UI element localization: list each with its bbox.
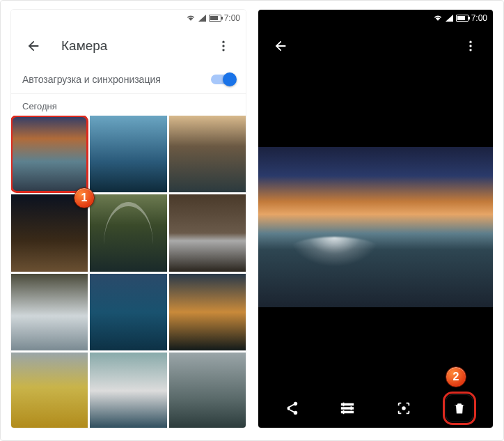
- photo-thumb[interactable]: [169, 194, 246, 271]
- app-bar: Камера: [11, 26, 246, 65]
- photo-thumb[interactable]: [90, 194, 166, 271]
- svg-point-4: [469, 45, 471, 47]
- photo-thumb[interactable]: [169, 274, 246, 350]
- lens-icon[interactable]: [390, 394, 418, 422]
- photo-viewer[interactable]: [258, 65, 493, 389]
- svg-point-0: [222, 41, 224, 43]
- photo-full: [258, 147, 493, 307]
- photo-thumb[interactable]: [11, 274, 88, 350]
- photo-thumb[interactable]: [169, 116, 246, 192]
- callout-badge-2: 2: [446, 366, 466, 387]
- svg-point-3: [469, 41, 471, 43]
- svg-point-2: [222, 49, 224, 51]
- more-icon[interactable]: [210, 32, 237, 60]
- clock-text: 7:00: [224, 13, 240, 23]
- photo-thumb[interactable]: [90, 274, 166, 350]
- svg-point-6: [402, 406, 406, 410]
- clock-text: 7:00: [471, 13, 487, 23]
- battery-icon: [456, 15, 468, 22]
- callout-badge-1: 1: [74, 187, 95, 208]
- status-bar: 7:00: [11, 10, 246, 26]
- viewer-bottom-bar: [258, 389, 493, 428]
- photo-thumb[interactable]: [90, 116, 166, 192]
- more-icon[interactable]: [457, 32, 485, 60]
- signal-icon: [198, 15, 206, 22]
- back-icon[interactable]: [19, 32, 47, 60]
- section-today-label: Сегодня: [11, 94, 246, 116]
- photo-thumb[interactable]: [11, 353, 88, 428]
- photo-thumb[interactable]: [90, 353, 166, 428]
- wifi-icon: [433, 13, 443, 23]
- photo-thumb[interactable]: [169, 353, 246, 428]
- wifi-icon: [186, 13, 196, 23]
- sync-row[interactable]: Автозагрузка и синхронизация: [11, 65, 246, 94]
- svg-point-1: [222, 45, 224, 47]
- phone-right: 7:00: [258, 10, 493, 428]
- phone-left: 7:00 Камера Автозагрузка и синхронизация…: [11, 10, 246, 428]
- sync-toggle[interactable]: [211, 75, 235, 84]
- sync-label: Автозагрузка и синхронизация: [22, 74, 211, 85]
- share-icon[interactable]: [278, 394, 306, 422]
- svg-point-5: [469, 49, 471, 51]
- signal-icon: [446, 15, 453, 22]
- page-title: Камера: [61, 38, 196, 54]
- back-icon[interactable]: [267, 32, 294, 60]
- delete-icon[interactable]: [446, 394, 473, 422]
- photo-grid: [11, 116, 246, 428]
- status-bar: 7:00: [258, 10, 493, 26]
- edit-icon[interactable]: [333, 394, 361, 422]
- viewer-app-bar: [258, 26, 493, 65]
- battery-icon: [209, 15, 221, 22]
- photo-thumb[interactable]: [11, 194, 88, 271]
- photo-thumb[interactable]: [11, 116, 88, 192]
